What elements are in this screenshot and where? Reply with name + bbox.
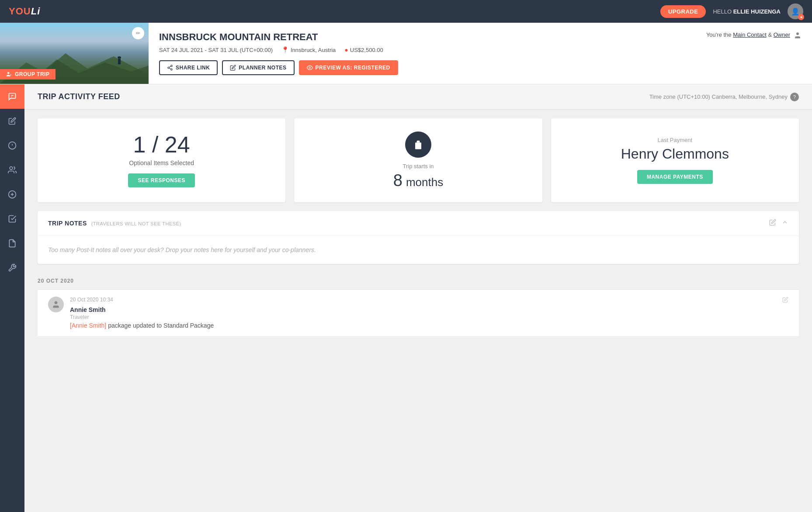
activity-link[interactable]: [Annie Smith] [70, 322, 106, 329]
sidebar-item-info[interactable] [0, 133, 24, 158]
optional-items-card: 1 / 24 Optional Items Selected SEE RESPO… [38, 118, 285, 202]
activity-feed-icon [8, 92, 17, 101]
sidebar-item-edit[interactable] [0, 109, 24, 133]
eye-icon [307, 65, 313, 71]
edit-notes-icon [769, 219, 776, 226]
see-responses-button[interactable]: SEE RESPONSES [128, 173, 195, 187]
trip-title: INNSBRUCK MOUNTAIN RETREAT [159, 31, 685, 43]
svg-point-4 [7, 72, 10, 74]
page-title: TRIP ACTIVITY FEED [38, 92, 120, 101]
page-header: TRIP ACTIVITY FEED Time zone (UTC+10:00)… [24, 84, 812, 110]
svg-point-6 [168, 67, 170, 69]
main-layout: TRIP ACTIVITY FEED Time zone (UTC+10:00)… [0, 84, 812, 512]
sidebar-item-settings[interactable] [0, 256, 24, 280]
svg-point-24 [55, 301, 58, 304]
activity-name-role: Annie Smith Traveler [70, 306, 776, 320]
trip-starts-label: Trip starts in [403, 163, 434, 170]
trip-image-edit-button[interactable]: ✏ [132, 27, 144, 39]
trip-dates: SAT 24 JUL 2021 - SAT 31 JUL (UTC+00:00) [159, 47, 273, 53]
sidebar [0, 84, 24, 512]
optional-items-label: Optional Items Selected [129, 159, 194, 166]
trip-notes-body: Too many Post-It notes all over your des… [38, 236, 799, 264]
svg-point-10 [309, 67, 311, 69]
activity-description: [Annie Smith] package updated to Standar… [70, 322, 776, 329]
svg-rect-21 [415, 142, 421, 149]
trip-notes-title-group: TRIP NOTES (TRAVELERS WILL NOT SEE THESE… [48, 220, 181, 227]
svg-point-7 [171, 69, 173, 70]
people-sidebar-icon [8, 166, 17, 174]
trip-header: ✏ GROUP TRIP INNSBRUCK MOUNTAIN RETREAT … [0, 23, 812, 84]
chevron-up-icon [781, 219, 788, 226]
nav-right: UPGRADE HELLO ELLIE HUIZENGA 👤 ★ [660, 3, 803, 19]
avatar[interactable]: 👤 ★ [788, 3, 803, 19]
last-payment-name: Henry Clemmons [621, 146, 729, 162]
help-icon[interactable]: ? [790, 93, 799, 101]
group-trip-badge: GROUP TRIP [0, 69, 56, 80]
sidebar-item-people[interactable] [0, 158, 24, 182]
optional-items-number: 1 / 24 [133, 133, 190, 156]
activity-date-divider: 20 OCT 2020 [38, 273, 799, 290]
trip-notes-subtitle: (TRAVELERS WILL NOT SEE THESE) [91, 221, 181, 226]
trip-notes-header: TRIP NOTES (TRAVELERS WILL NOT SEE THESE… [38, 211, 799, 236]
logo[interactable]: YOULi [9, 6, 40, 17]
pencil-sidebar-icon [8, 117, 16, 125]
activity-edit-button[interactable] [782, 297, 788, 304]
pencil-icon [230, 65, 236, 71]
svg-rect-2 [118, 59, 121, 65]
upgrade-button[interactable]: UPGRADE [660, 5, 706, 18]
svg-point-11 [796, 32, 799, 35]
svg-point-5 [171, 65, 173, 67]
trip-starts-unit: months [406, 176, 443, 189]
trip-actions: SHARE LINK PLANNER NOTES PREVIEW AS: REG… [159, 60, 685, 75]
svg-line-9 [169, 66, 171, 67]
preview-as-button[interactable]: PREVIEW AS: REGISTERED [299, 60, 398, 75]
trip-notes-card: TRIP NOTES (TRAVELERS WILL NOT SEE THESE… [38, 211, 799, 264]
main-contact-link[interactable]: Main Contact [733, 31, 767, 38]
trip-contact-info: You're the Main Contact & Owner [696, 23, 812, 84]
trip-price: ● US$2,500.00 [344, 46, 383, 53]
activity-feed-section: 20 OCT 2020 20 Oct 2020 10:34 Annie Smit… [38, 273, 799, 336]
dollar-sidebar-icon [8, 190, 17, 199]
last-payment-label: Last Payment [658, 137, 693, 143]
trip-notes-actions [769, 219, 788, 228]
checklist-sidebar-icon [8, 214, 17, 223]
edit-notes-button[interactable] [769, 219, 776, 228]
sidebar-item-checklist[interactable] [0, 207, 24, 231]
trip-image: ✏ GROUP TRIP [0, 23, 149, 84]
trip-starts-number: 8 [393, 172, 403, 189]
sidebar-item-activity-feed[interactable] [0, 84, 24, 109]
hello-text: HELLO ELLIE HUIZENGA [713, 8, 781, 15]
price-dot-icon: ● [344, 46, 348, 53]
group-trip-icon [6, 71, 12, 77]
activity-timestamp: 20 Oct 2020 10:34 [70, 297, 776, 303]
owner-link[interactable]: Owner [774, 31, 790, 38]
luggage-icon-circle [405, 131, 431, 158]
main-content: TRIP ACTIVITY FEED Time zone (UTC+10:00)… [24, 84, 812, 512]
top-navigation: YOULi UPGRADE HELLO ELLIE HUIZENGA 👤 ★ [0, 0, 812, 23]
group-trip-label: GROUP TRIP [15, 71, 49, 77]
collapse-notes-button[interactable] [781, 219, 788, 228]
avatar-person-icon [52, 300, 60, 309]
luggage-icon [412, 138, 424, 151]
svg-line-8 [169, 68, 171, 69]
trip-details: INNSBRUCK MOUNTAIN RETREAT SAT 24 JUL 20… [149, 23, 696, 84]
contact-person-icon [794, 31, 802, 39]
trip-location: 📍 Innsbruck, Austria [281, 46, 336, 53]
sidebar-item-payments[interactable] [0, 182, 24, 207]
share-icon [167, 65, 173, 71]
manage-payments-button[interactable]: MANAGE PAYMENTS [637, 170, 713, 184]
user-name: ELLIE HUIZENGA [733, 8, 781, 15]
last-payment-card: Last Payment Henry Clemmons MANAGE PAYME… [551, 118, 799, 202]
svg-point-17 [10, 167, 13, 170]
activity-avatar [48, 297, 64, 312]
edit-activity-icon [782, 297, 788, 303]
trip-notes-title: TRIP NOTES [48, 220, 87, 227]
sidebar-item-document[interactable] [0, 231, 24, 256]
avatar-badge: ★ [798, 14, 804, 20]
timezone-info: Time zone (UTC+10:00) Canberra, Melbourn… [649, 93, 799, 101]
svg-point-3 [118, 56, 121, 59]
planner-notes-button[interactable]: PLANNER NOTES [222, 60, 294, 75]
activity-person-name: Annie Smith [70, 306, 106, 313]
activity-item: 20 Oct 2020 10:34 Annie Smith Traveler [… [38, 290, 799, 336]
share-link-button[interactable]: SHARE LINK [159, 60, 218, 75]
